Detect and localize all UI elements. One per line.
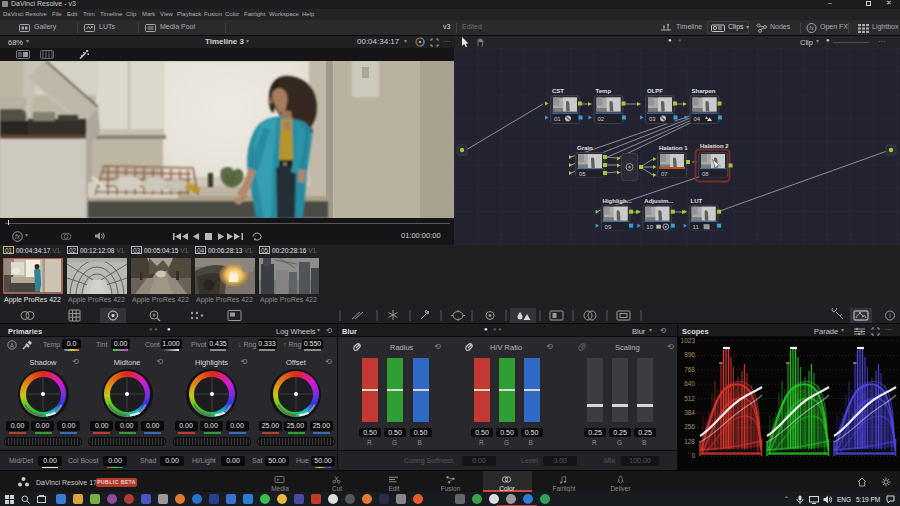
svg-text:07: 07 [661,171,668,177]
svg-text:CST: CST [552,88,564,94]
svg-text:02: 02 [598,116,605,122]
svg-text:A: A [10,341,15,348]
svg-text:fx: fx [809,25,814,31]
svg-text:640: 640 [684,380,695,387]
svg-text:OLPF: OLPF [647,88,663,94]
svg-text:03: 03 [649,116,656,122]
svg-text:10: 10 [646,224,653,230]
svg-text:Temp: Temp [596,88,612,94]
svg-text:i: i [889,312,891,319]
svg-text:1023: 1023 [681,337,696,344]
svg-text:05: 05 [579,171,586,177]
svg-text:Halation 1: Halation 1 [659,145,688,151]
svg-text:512: 512 [684,395,695,402]
svg-text:256: 256 [684,423,695,430]
svg-text:Highligh...: Highligh... [603,198,632,204]
svg-text:fx: fx [15,233,21,240]
svg-text:384: 384 [684,409,695,416]
svg-text:Halation 2: Halation 2 [700,143,729,149]
svg-text:768: 768 [684,366,695,373]
svg-text:09: 09 [605,224,612,230]
svg-text:128: 128 [684,438,695,445]
svg-text:896: 896 [684,351,695,358]
svg-text:Sharpen: Sharpen [692,88,716,94]
svg-text:Grain: Grain [577,145,593,151]
svg-text:11: 11 [693,224,700,230]
svg-text:01: 01 [554,116,561,122]
svg-text:04: 04 [694,116,701,122]
svg-text:LUT: LUT [691,198,703,204]
svg-text:08: 08 [702,171,709,177]
svg-text:0: 0 [691,452,695,459]
svg-text:Adjustm...: Adjustm... [644,198,673,204]
